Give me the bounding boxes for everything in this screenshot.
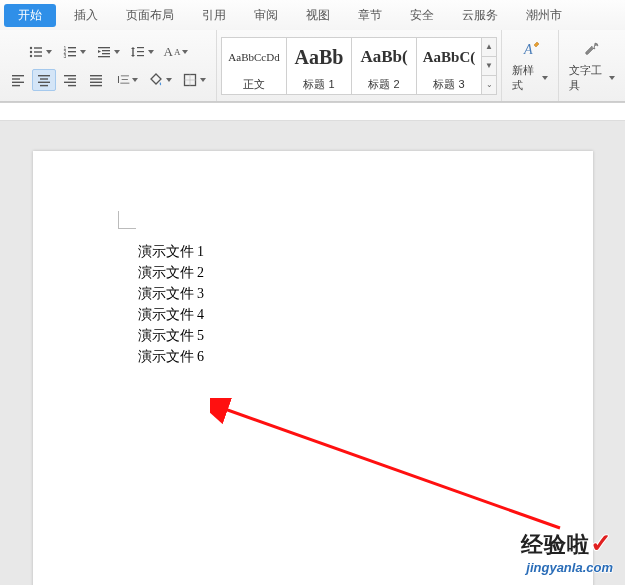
tab-layout[interactable]: 页面布局 <box>112 0 188 30</box>
tab-chapter[interactable]: 章节 <box>344 0 396 30</box>
text-tool-button[interactable]: 文字工具 <box>559 30 625 101</box>
svg-rect-30 <box>64 81 76 82</box>
style-heading1[interactable]: AaBb 标题 1 <box>286 37 352 95</box>
line-spacing-button[interactable] <box>126 41 158 63</box>
svg-rect-26 <box>38 81 50 82</box>
svg-rect-11 <box>68 55 76 56</box>
margin-marker <box>118 211 136 229</box>
svg-rect-25 <box>40 78 48 79</box>
svg-rect-21 <box>12 78 20 79</box>
tab-review[interactable]: 审阅 <box>240 0 292 30</box>
doc-line[interactable]: 演示文件 3 <box>138 283 593 304</box>
tab-start[interactable]: 开始 <box>4 4 56 27</box>
svg-rect-28 <box>64 75 76 76</box>
watermark: 经验啦✓ jingyanla.com <box>521 528 613 575</box>
shading-button[interactable] <box>144 69 176 91</box>
ruler <box>0 103 625 121</box>
align-center-button[interactable] <box>32 69 56 91</box>
toolbar: 123 AA <box>0 30 625 102</box>
doc-line[interactable]: 演示文件 5 <box>138 325 593 346</box>
tab-insert[interactable]: 插入 <box>60 0 112 30</box>
svg-rect-7 <box>68 47 76 48</box>
svg-rect-29 <box>68 78 76 79</box>
svg-rect-19 <box>137 55 144 56</box>
svg-point-2 <box>30 50 32 52</box>
tab-view[interactable]: 视图 <box>292 0 344 30</box>
svg-rect-17 <box>137 47 144 48</box>
svg-rect-23 <box>12 84 20 85</box>
align-left-button[interactable] <box>6 69 30 91</box>
svg-point-0 <box>30 46 32 48</box>
doc-line[interactable]: 演示文件 4 <box>138 304 593 325</box>
borders-button[interactable] <box>178 69 210 91</box>
ribbon: 开始 插入 页面布局 引用 审阅 视图 章节 安全 云服务 潮州市 123 <box>0 0 625 103</box>
style-heading3[interactable]: AaBbC( 标题 3 <box>416 37 482 95</box>
svg-rect-15 <box>98 56 110 57</box>
indent-button[interactable] <box>92 41 124 63</box>
page[interactable]: 演示文件 1 演示文件 2 演示文件 3 演示文件 4 演示文件 5 演示文件 … <box>33 151 593 585</box>
svg-rect-14 <box>102 53 110 54</box>
svg-rect-27 <box>40 84 48 85</box>
svg-rect-12 <box>98 47 110 48</box>
svg-rect-18 <box>137 51 144 52</box>
svg-rect-5 <box>34 55 42 56</box>
document-area: 演示文件 1 演示文件 2 演示文件 3 演示文件 4 演示文件 5 演示文件 … <box>0 121 625 585</box>
align-right-button[interactable] <box>58 69 82 91</box>
tab-cloud[interactable]: 云服务 <box>448 0 512 30</box>
doc-line[interactable]: 演示文件 1 <box>138 241 593 262</box>
svg-rect-3 <box>34 51 42 52</box>
tab-extra[interactable]: 潮州市 <box>512 0 576 30</box>
styles-scroll-down[interactable]: ▼ <box>482 57 496 76</box>
svg-rect-22 <box>12 81 24 82</box>
svg-rect-9 <box>68 51 76 52</box>
tab-security[interactable]: 安全 <box>396 0 448 30</box>
svg-point-4 <box>30 54 32 56</box>
doc-line[interactable]: 演示文件 6 <box>138 346 593 367</box>
wrench-icon <box>581 39 603 61</box>
svg-rect-34 <box>90 81 102 82</box>
svg-rect-35 <box>90 84 102 85</box>
doc-line[interactable]: 演示文件 2 <box>138 262 593 283</box>
new-style-button[interactable]: A 新样式 <box>502 30 559 101</box>
svg-rect-37 <box>185 74 196 85</box>
style-normal[interactable]: AaBbCcDd 正文 <box>221 37 287 95</box>
svg-rect-20 <box>12 75 24 76</box>
svg-rect-32 <box>90 75 102 76</box>
styles-expand[interactable]: ⌄ <box>482 76 496 94</box>
numbering-button[interactable]: 123 <box>58 41 90 63</box>
align-justify-button[interactable] <box>84 69 108 91</box>
svg-rect-24 <box>38 75 50 76</box>
bullets-button[interactable] <box>24 41 56 63</box>
svg-rect-33 <box>90 78 102 79</box>
svg-rect-16 <box>132 48 133 56</box>
text-direction-button[interactable]: Ⅰ三 <box>110 69 142 91</box>
new-style-icon: A <box>519 39 541 61</box>
tab-bar: 开始 插入 页面布局 引用 审阅 视图 章节 安全 云服务 潮州市 <box>0 0 625 30</box>
style-heading2[interactable]: AaBb( 标题 2 <box>351 37 417 95</box>
svg-text:A: A <box>523 42 533 57</box>
font-size-button[interactable]: AA <box>160 41 192 63</box>
svg-text:3: 3 <box>64 52 67 58</box>
styles-scroll-up[interactable]: ▲ <box>482 38 496 57</box>
tab-reference[interactable]: 引用 <box>188 0 240 30</box>
svg-rect-31 <box>68 84 76 85</box>
svg-rect-13 <box>102 50 110 51</box>
styles-group: AaBbCcDd 正文 AaBb 标题 1 AaBb( 标题 2 AaBbC( … <box>217 30 502 101</box>
svg-text:Ⅰ三: Ⅰ三 <box>117 74 130 85</box>
svg-rect-1 <box>34 47 42 48</box>
paragraph-group: 123 AA <box>0 30 217 101</box>
styles-scroll[interactable]: ▲ ▼ ⌄ <box>481 37 497 95</box>
